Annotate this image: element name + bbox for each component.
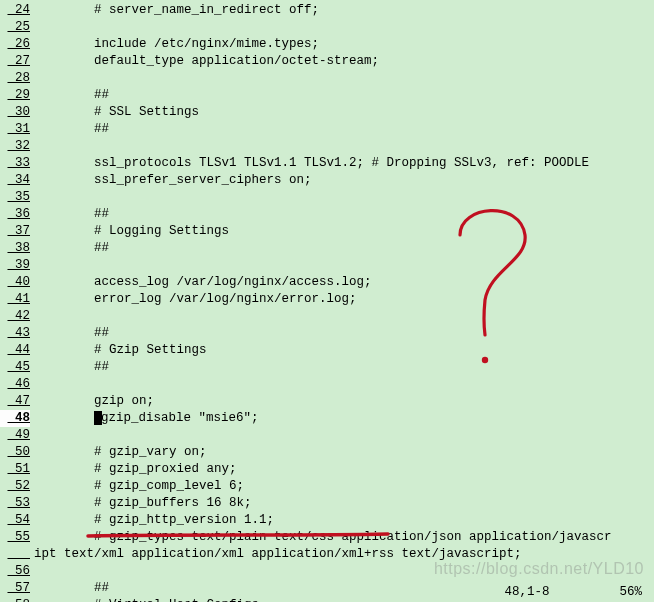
code-line[interactable]: 48 gzip_disable "msie6";	[0, 410, 654, 427]
line-number: 30	[0, 104, 30, 121]
code-text: # gzip_comp_level 6;	[34, 478, 654, 495]
code-text: # gzip_vary on;	[34, 444, 654, 461]
code-line[interactable]: 35	[0, 189, 654, 206]
code-line[interactable]: 47 gzip on;	[0, 393, 654, 410]
code-line[interactable]: 53 # gzip_buffers 16 8k;	[0, 495, 654, 512]
code-text: include /etc/nginx/mime.types;	[34, 36, 654, 53]
line-number: 52	[0, 478, 30, 495]
line-number: 58	[0, 597, 30, 602]
code-line[interactable]: 26 include /etc/nginx/mime.types;	[0, 36, 654, 53]
code-text: # gzip_types text/plain text/css applica…	[34, 529, 654, 546]
code-text: # Logging Settings	[34, 223, 654, 240]
code-text: ##	[34, 325, 654, 342]
code-line[interactable]: 46	[0, 376, 654, 393]
line-number: 38	[0, 240, 30, 257]
code-text	[34, 19, 654, 36]
code-line[interactable]: 38 ##	[0, 240, 654, 257]
line-number: 47	[0, 393, 30, 410]
code-line[interactable]: 36 ##	[0, 206, 654, 223]
line-number: 43	[0, 325, 30, 342]
line-number: 46	[0, 376, 30, 393]
code-text: default_type application/octet-stream;	[34, 53, 654, 70]
code-text: # server_name_in_redirect off;	[34, 2, 654, 19]
line-number: 35	[0, 189, 30, 206]
code-line[interactable]: 41 error_log /var/log/nginx/error.log;	[0, 291, 654, 308]
scroll-percent: 56%	[619, 585, 642, 599]
line-number: 37	[0, 223, 30, 240]
line-number: 33	[0, 155, 30, 172]
code-line[interactable]: 50 # gzip_vary on;	[0, 444, 654, 461]
code-text: ##	[34, 121, 654, 138]
code-line[interactable]: 34 ssl_prefer_server_ciphers on;	[0, 172, 654, 189]
code-text	[34, 257, 654, 274]
line-number: 42	[0, 308, 30, 325]
code-text: # gzip_proxied any;	[34, 461, 654, 478]
code-text	[34, 376, 654, 393]
line-number: 49	[0, 427, 30, 444]
code-line[interactable]: 55 # gzip_types text/plain text/css appl…	[0, 529, 654, 546]
code-text	[34, 189, 654, 206]
line-number: 51	[0, 461, 30, 478]
code-line[interactable]: 33 ssl_protocols TLSv1 TLSv1.1 TLSv1.2; …	[0, 155, 654, 172]
code-text: ssl_prefer_server_ciphers on;	[34, 172, 654, 189]
code-line[interactable]: 51 # gzip_proxied any;	[0, 461, 654, 478]
code-text: ssl_protocols TLSv1 TLSv1.1 TLSv1.2; # D…	[34, 155, 654, 172]
code-line[interactable]: 52 # gzip_comp_level 6;	[0, 478, 654, 495]
code-line[interactable]: 42	[0, 308, 654, 325]
code-line[interactable]: 25	[0, 19, 654, 36]
line-number: 44	[0, 342, 30, 359]
code-line[interactable]: 45 ##	[0, 359, 654, 376]
code-text: # gzip_http_version 1.1;	[34, 512, 654, 529]
code-line[interactable]: 24 # server_name_in_redirect off;	[0, 2, 654, 19]
line-number: 27	[0, 53, 30, 70]
code-text: gzip on;	[34, 393, 654, 410]
code-line[interactable]: 43 ##	[0, 325, 654, 342]
code-text: access_log /var/log/nginx/access.log;	[34, 274, 654, 291]
code-line[interactable]: 40 access_log /var/log/nginx/access.log;	[0, 274, 654, 291]
code-text	[34, 308, 654, 325]
line-number: 34	[0, 172, 30, 189]
line-number: 55	[0, 529, 30, 546]
line-number: 45	[0, 359, 30, 376]
line-number: 56	[0, 563, 30, 580]
line-number	[0, 546, 30, 563]
code-text	[34, 138, 654, 155]
line-number: 40	[0, 274, 30, 291]
code-text: ##	[34, 359, 654, 376]
line-number: 50	[0, 444, 30, 461]
code-text: ##	[34, 87, 654, 104]
editor-viewport[interactable]: 24 # server_name_in_redirect off; 25 26 …	[0, 0, 654, 602]
code-line[interactable]: 49	[0, 427, 654, 444]
code-line[interactable]: 44 # Gzip Settings	[0, 342, 654, 359]
cursor	[94, 411, 102, 425]
code-text: error_log /var/log/nginx/error.log;	[34, 291, 654, 308]
code-line[interactable]: 27 default_type application/octet-stream…	[0, 53, 654, 70]
line-number: 31	[0, 121, 30, 138]
code-text: # SSL Settings	[34, 104, 654, 121]
line-number: 54	[0, 512, 30, 529]
line-number: 29	[0, 87, 30, 104]
code-text	[34, 70, 654, 87]
code-line[interactable]: 29 ##	[0, 87, 654, 104]
code-text: ##	[34, 206, 654, 223]
line-number: 41	[0, 291, 30, 308]
code-text: # Gzip Settings	[34, 342, 654, 359]
line-number: 39	[0, 257, 30, 274]
code-text: gzip_disable "msie6";	[34, 410, 654, 427]
code-line[interactable]: 30 # SSL Settings	[0, 104, 654, 121]
watermark-text: https://blog.csdn.net/YLD10	[434, 560, 644, 578]
line-number: 36	[0, 206, 30, 223]
code-line[interactable]: 28	[0, 70, 654, 87]
line-number: 48	[0, 410, 30, 427]
line-number: 26	[0, 36, 30, 53]
code-line[interactable]: 39	[0, 257, 654, 274]
code-line[interactable]: 32	[0, 138, 654, 155]
vim-status-bar: 48,1-8 56%	[504, 585, 654, 599]
code-line[interactable]: 54 # gzip_http_version 1.1;	[0, 512, 654, 529]
cursor-position: 48,1-8	[504, 585, 549, 599]
line-number: 24	[0, 2, 30, 19]
code-line[interactable]: 37 # Logging Settings	[0, 223, 654, 240]
code-text: # gzip_buffers 16 8k;	[34, 495, 654, 512]
code-line[interactable]: 31 ##	[0, 121, 654, 138]
line-number: 28	[0, 70, 30, 87]
